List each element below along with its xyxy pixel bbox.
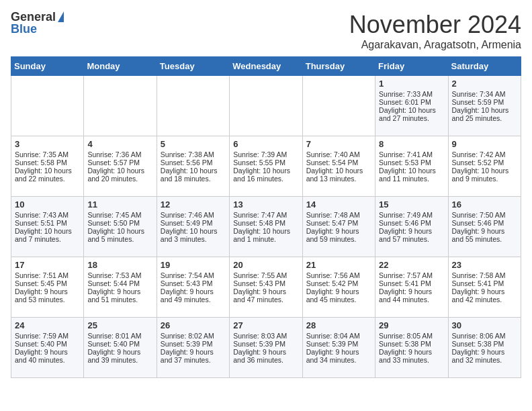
day-info-line: Sunrise: 7:43 AM (15, 211, 80, 219)
day-info-line: Daylight: 9 hours and 57 minutes. (379, 227, 444, 243)
day-info-line: Sunrise: 7:45 AM (87, 211, 152, 219)
location-subtitle: Agarakavan, Aragatsotn, Armenia (349, 39, 521, 51)
day-info-line: Sunrise: 8:02 AM (161, 332, 226, 340)
day-info-line: Sunrise: 7:38 AM (161, 150, 226, 158)
day-info-line: Sunset: 5:46 PM (379, 219, 444, 227)
day-info-line: Sunset: 5:54 PM (306, 158, 371, 167)
day-number: 28 (306, 320, 371, 330)
day-info-line: Sunset: 5:43 PM (233, 279, 298, 287)
day-number: 3 (15, 139, 80, 149)
calendar-cell (84, 76, 157, 136)
day-info-line: Sunrise: 7:36 AM (87, 150, 152, 158)
day-info-line: Sunrise: 7:51 AM (15, 271, 80, 279)
day-number: 18 (87, 260, 152, 270)
calendar-cell: 21Sunrise: 7:56 AMSunset: 5:42 PMDayligh… (302, 257, 375, 318)
day-info-line: Sunset: 5:40 PM (15, 340, 80, 348)
day-info-line: Sunrise: 8:06 AM (452, 332, 517, 340)
header-monday: Monday (84, 57, 157, 76)
day-info-line: Sunrise: 7:41 AM (379, 150, 444, 158)
day-number: 19 (161, 260, 226, 270)
day-info-line: Sunset: 5:40 PM (87, 340, 152, 348)
day-number: 23 (452, 260, 517, 270)
day-info-line: Daylight: 9 hours and 33 minutes. (379, 348, 444, 364)
calendar-cell: 1Sunrise: 7:33 AMSunset: 6:01 PMDaylight… (375, 76, 448, 136)
title-block: November 2024 Agarakavan, Aragatsotn, Ar… (349, 11, 521, 51)
calendar-cell: 3Sunrise: 7:35 AMSunset: 5:58 PMDaylight… (11, 136, 84, 197)
day-number: 17 (15, 260, 80, 270)
calendar-cell: 4Sunrise: 7:36 AMSunset: 5:57 PMDaylight… (84, 136, 157, 197)
calendar-cell: 20Sunrise: 7:55 AMSunset: 5:43 PMDayligh… (230, 257, 302, 318)
day-info-line: Sunset: 6:01 PM (379, 98, 444, 106)
day-info-line: Sunset: 5:43 PM (161, 279, 226, 287)
day-number: 5 (161, 139, 226, 149)
day-info-line: Sunset: 5:52 PM (452, 158, 517, 167)
day-info-line: Sunset: 5:39 PM (306, 340, 371, 348)
day-info-line: Sunrise: 7:35 AM (15, 150, 80, 158)
day-info-line: Daylight: 9 hours and 44 minutes. (379, 287, 444, 304)
day-info-line: Daylight: 10 hours and 20 minutes. (87, 167, 152, 183)
day-info-line: Daylight: 10 hours and 25 minutes. (452, 106, 517, 122)
calendar-cell: 29Sunrise: 8:05 AMSunset: 5:38 PMDayligh… (375, 318, 448, 378)
day-info-line: Sunset: 5:42 PM (306, 279, 371, 287)
day-info-line: Daylight: 9 hours and 49 minutes. (161, 287, 226, 304)
calendar-cell: 7Sunrise: 7:40 AMSunset: 5:54 PMDaylight… (302, 136, 375, 197)
calendar-cell: 23Sunrise: 7:58 AMSunset: 5:41 PMDayligh… (448, 257, 521, 318)
day-info-line: Daylight: 9 hours and 55 minutes. (452, 227, 517, 243)
day-info-line: Sunset: 5:58 PM (15, 158, 80, 167)
day-info-line: Daylight: 10 hours and 9 minutes. (452, 167, 517, 183)
header-friday: Friday (375, 57, 448, 76)
calendar-cell: 18Sunrise: 7:53 AMSunset: 5:44 PMDayligh… (84, 257, 157, 318)
day-info-line: Sunset: 5:39 PM (161, 340, 226, 348)
calendar-header-row: SundayMondayTuesdayWednesdayThursdayFrid… (11, 57, 521, 76)
day-number: 30 (452, 320, 517, 330)
day-info-line: Daylight: 10 hours and 18 minutes. (161, 167, 226, 183)
calendar-cell: 14Sunrise: 7:48 AMSunset: 5:47 PMDayligh… (302, 197, 375, 257)
week-row-5: 24Sunrise: 7:59 AMSunset: 5:40 PMDayligh… (11, 318, 521, 378)
day-info-line: Sunrise: 7:58 AM (452, 271, 517, 279)
day-info-line: Daylight: 10 hours and 7 minutes. (15, 227, 80, 243)
day-info-line: Daylight: 9 hours and 45 minutes. (306, 287, 371, 304)
day-info-line: Sunrise: 7:59 AM (15, 332, 80, 340)
calendar-cell: 6Sunrise: 7:39 AMSunset: 5:55 PMDaylight… (230, 136, 302, 197)
day-number: 16 (452, 199, 517, 210)
day-number: 29 (379, 320, 444, 330)
day-info-line: Sunrise: 8:04 AM (306, 332, 371, 340)
day-info-line: Daylight: 10 hours and 16 minutes. (233, 167, 298, 183)
calendar-cell: 8Sunrise: 7:41 AMSunset: 5:53 PMDaylight… (375, 136, 448, 197)
day-number: 24 (15, 320, 80, 330)
day-info-line: Daylight: 9 hours and 36 minutes. (233, 348, 298, 364)
day-info-line: Sunset: 5:56 PM (161, 158, 226, 167)
day-info-line: Sunset: 5:41 PM (379, 279, 444, 287)
day-info-line: Daylight: 9 hours and 37 minutes. (161, 348, 226, 364)
calendar-cell: 2Sunrise: 7:34 AMSunset: 5:59 PMDaylight… (448, 76, 521, 136)
calendar-cell: 12Sunrise: 7:46 AMSunset: 5:49 PMDayligh… (157, 197, 229, 257)
day-info-line: Daylight: 10 hours and 22 minutes. (15, 167, 80, 183)
calendar-table: SundayMondayTuesdayWednesdayThursdayFrid… (11, 56, 521, 378)
day-info-line: Sunset: 5:39 PM (233, 340, 298, 348)
calendar-cell: 22Sunrise: 7:57 AMSunset: 5:41 PMDayligh… (375, 257, 448, 318)
day-number: 22 (379, 260, 444, 270)
day-number: 9 (452, 139, 517, 149)
calendar-cell: 19Sunrise: 7:54 AMSunset: 5:43 PMDayligh… (157, 257, 229, 318)
day-info-line: Sunrise: 7:39 AM (233, 150, 298, 158)
calendar-cell: 17Sunrise: 7:51 AMSunset: 5:45 PMDayligh… (11, 257, 84, 318)
day-number: 10 (15, 199, 80, 210)
day-number: 25 (87, 320, 152, 330)
calendar-cell: 13Sunrise: 7:47 AMSunset: 5:48 PMDayligh… (230, 197, 302, 257)
day-info-line: Daylight: 10 hours and 13 minutes. (306, 167, 371, 183)
day-info-line: Sunrise: 7:54 AM (161, 271, 226, 279)
day-info-line: Sunset: 5:46 PM (452, 219, 517, 227)
day-info-line: Daylight: 10 hours and 3 minutes. (161, 227, 226, 243)
calendar-cell: 25Sunrise: 8:01 AMSunset: 5:40 PMDayligh… (84, 318, 157, 378)
day-info-line: Sunset: 5:38 PM (379, 340, 444, 348)
calendar-cell (230, 76, 302, 136)
day-info-line: Sunset: 5:45 PM (15, 279, 80, 287)
day-number: 1 (379, 79, 444, 89)
day-info-line: Sunset: 5:44 PM (87, 279, 152, 287)
day-info-line: Sunrise: 7:46 AM (161, 211, 226, 219)
day-number: 6 (233, 139, 298, 149)
day-info-line: Sunrise: 7:56 AM (306, 271, 371, 279)
day-info-line: Sunset: 5:38 PM (452, 340, 517, 348)
day-info-line: Daylight: 9 hours and 34 minutes. (306, 348, 371, 364)
day-info-line: Daylight: 10 hours and 1 minute. (233, 227, 298, 243)
